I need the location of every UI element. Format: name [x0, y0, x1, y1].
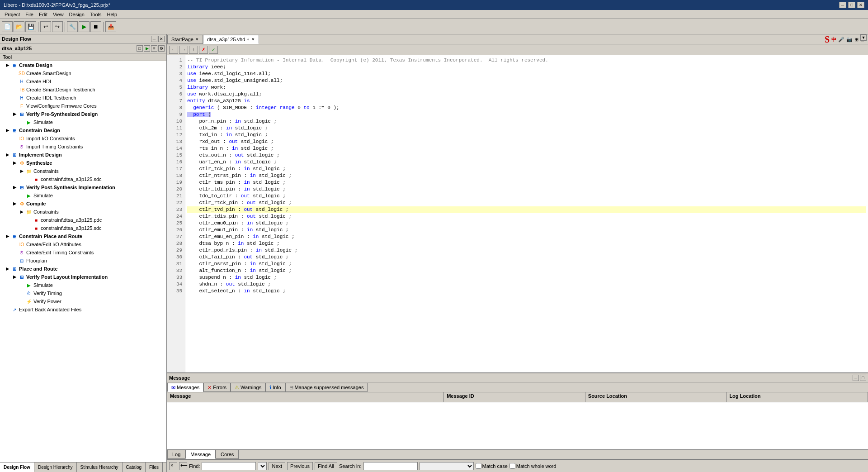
- df-view-btn[interactable]: □: [137, 45, 143, 52]
- find-back-btn[interactable]: ⟵: [179, 462, 187, 470]
- tab-design-hierarchy[interactable]: Design Hierarchy: [34, 462, 77, 472]
- tab-vhd[interactable]: dtsa_a3p125.vhd ● ✕: [203, 35, 259, 44]
- save-btn[interactable]: 💾: [25, 21, 36, 32]
- tree-verify-post-synth[interactable]: ▶ ⊞ Verify Post-Synthesis Implementation: [0, 183, 166, 191]
- back-btn[interactable]: ←: [169, 46, 178, 54]
- df-settings-btn[interactable]: ⚙: [158, 45, 165, 52]
- search-in-input[interactable]: [363, 462, 418, 470]
- msg-minimize-btn[interactable]: ─: [853, 375, 859, 381]
- editor-collapse-btn[interactable]: ▼: [860, 34, 867, 41]
- tree-verify-timing[interactable]: ⏱ Verify Timing: [0, 289, 166, 297]
- tree-implement[interactable]: ▶ ⊞ Implement Design: [0, 151, 166, 159]
- msg-tab-info[interactable]: ℹ Info: [265, 383, 285, 392]
- code-editor[interactable]: 1 2 3 4 5 6 7 8 9 10 11 12 13 14: [167, 55, 868, 372]
- match-case-checkbox[interactable]: [476, 463, 481, 469]
- bottom-tab-message[interactable]: Message: [185, 450, 216, 459]
- msg-expand-btn[interactable]: □: [860, 375, 866, 381]
- tree-create-timing[interactable]: ⏱ Create/Edit Timing Constraints: [0, 248, 166, 257]
- tree-simulate1[interactable]: ▶ Simulate: [0, 118, 166, 126]
- open-btn[interactable]: 📂: [14, 21, 24, 32]
- toggle-constrain[interactable]: ▶: [4, 128, 11, 133]
- tree-simulate2[interactable]: ▶ Simulate: [0, 191, 166, 200]
- tree-sdc1[interactable]: ■ constraint\dtsa_a3p125.sdc: [0, 175, 166, 183]
- panel-minimize-btn[interactable]: ─: [151, 36, 157, 42]
- match-case-label[interactable]: Match case: [476, 463, 508, 469]
- tree-pdc[interactable]: ■ constraint\dtsa_a3p125.pdc: [0, 216, 166, 224]
- bottom-tab-log[interactable]: Log: [167, 450, 185, 459]
- toggle-post-layout[interactable]: ▶: [11, 275, 18, 279]
- run-btn[interactable]: ▶: [79, 21, 90, 32]
- close-btn[interactable]: ✕: [857, 2, 864, 8]
- tree-simulate3[interactable]: ▶ Simulate: [0, 281, 166, 289]
- find-input[interactable]: [202, 462, 256, 470]
- tree-create-io[interactable]: IO Create/Edit I/O Attributes: [0, 240, 166, 248]
- col-source-location[interactable]: Source Location: [585, 392, 727, 402]
- tree-constrain-place-route[interactable]: ▶ ⊞ Constrain Place and Route: [0, 232, 166, 240]
- toggle-constraints1[interactable]: ▶: [18, 169, 25, 173]
- build-btn[interactable]: 🔧: [67, 21, 78, 32]
- tab-startpage[interactable]: StartPage ✕: [167, 35, 203, 44]
- toggle-constraints2[interactable]: ▶: [18, 210, 25, 214]
- new-btn[interactable]: 📄: [2, 21, 13, 32]
- find-close-btn[interactable]: ×: [169, 462, 177, 470]
- tree-export[interactable]: ↗ Export Back Annotated Files: [0, 305, 166, 314]
- msg-tab-warnings[interactable]: ⚠ Warnings: [231, 383, 265, 392]
- tree-constraints-folder2[interactable]: ▶ 📁 Constraints: [0, 208, 166, 216]
- code-content[interactable]: -- TI Proprietary Information - Internal…: [185, 55, 868, 372]
- toggle-verify-pre[interactable]: ▶: [11, 112, 18, 116]
- stop-btn[interactable]: ⏹: [90, 21, 101, 32]
- tab-files[interactable]: Files: [146, 462, 163, 472]
- toggle-pr[interactable]: ▶: [4, 267, 11, 271]
- tree-create-hdl-tb[interactable]: H Create HDL Testbench: [0, 94, 166, 102]
- tree-verify-pre[interactable]: ▶ ⊞ Verify Pre-Synthesized Design: [0, 110, 166, 118]
- tree-place-route[interactable]: ▶ ⊞ Place and Route: [0, 265, 166, 273]
- redo-btn[interactable]: ↪: [52, 21, 63, 32]
- tree-import-timing[interactable]: ⏱ Import Timing Constraints: [0, 143, 166, 151]
- tree-firmware[interactable]: F View/Configure Firmware Cores: [0, 102, 166, 110]
- msg-tab-errors[interactable]: ✕ Errors: [203, 383, 231, 392]
- next-button[interactable]: Next: [269, 462, 285, 470]
- toggle-compile[interactable]: ▶: [11, 201, 18, 206]
- search-in-select[interactable]: [420, 462, 474, 470]
- menu-file[interactable]: File: [23, 11, 36, 18]
- tree-create-tb[interactable]: TB Create SmartDesign Testbench: [0, 86, 166, 94]
- tab-startpage-close[interactable]: ✕: [195, 37, 199, 42]
- check-btn[interactable]: ✗: [199, 46, 208, 54]
- tree-import-io[interactable]: IO Import I/O Constraints: [0, 134, 166, 143]
- menu-project[interactable]: Project: [2, 11, 23, 18]
- toggle-synthesize[interactable]: ▶: [11, 161, 18, 165]
- export-btn[interactable]: 📤: [105, 21, 116, 32]
- panel-close-btn[interactable]: ✕: [158, 36, 165, 42]
- minimize-btn[interactable]: ─: [839, 2, 846, 8]
- tick-btn[interactable]: ✓: [209, 46, 218, 54]
- menu-edit[interactable]: Edit: [36, 11, 50, 18]
- up-btn[interactable]: ↑: [189, 46, 198, 54]
- col-log-location[interactable]: Log Location: [726, 392, 868, 402]
- msg-tab-messages[interactable]: ✉ Messages: [167, 383, 203, 392]
- msg-tab-manage[interactable]: ⊟ Manage suppressed messages: [285, 383, 368, 392]
- tree-constrain-design[interactable]: ▶ ⊞ Constrain Design: [0, 126, 166, 134]
- find-input-dropdown[interactable]: ▼: [258, 462, 267, 470]
- match-word-checkbox[interactable]: [509, 463, 515, 469]
- tree-sdc2[interactable]: ■ constraint\dtsa_a3p125.sdc: [0, 224, 166, 232]
- undo-btn[interactable]: ↩: [40, 21, 51, 32]
- toggle-implement[interactable]: ▶: [4, 153, 11, 157]
- tab-catalog[interactable]: Catalog: [123, 462, 146, 472]
- tree-verify-power[interactable]: ⚡ Verify Power: [0, 297, 166, 305]
- tree-synthesize[interactable]: ▶ ⚙ Synthesize: [0, 159, 166, 167]
- menu-help[interactable]: Help: [104, 11, 120, 18]
- tree-constraints-folder1[interactable]: ▶ 📁 Constraints: [0, 167, 166, 175]
- tree-create-design[interactable]: ▶ ⊞ Create Design: [0, 61, 166, 69]
- tab-vhd-close[interactable]: ✕: [251, 37, 255, 42]
- find-all-button[interactable]: Find All: [315, 462, 337, 470]
- previous-button[interactable]: Previous: [287, 462, 313, 470]
- menu-design[interactable]: Design: [66, 11, 87, 18]
- tree-verify-post-layout[interactable]: ▶ ⊞ Verify Post Layout Implementation: [0, 273, 166, 281]
- col-message[interactable]: Message: [167, 392, 444, 402]
- menu-tools[interactable]: Tools: [87, 11, 104, 18]
- menu-view[interactable]: View: [50, 11, 66, 18]
- maximize-btn[interactable]: □: [848, 2, 855, 8]
- tree-floorplan[interactable]: ⊟ Floorplan: [0, 257, 166, 265]
- tree-compile[interactable]: ▶ ⚙ Compile: [0, 200, 166, 208]
- bottom-tab-cores[interactable]: Cores: [216, 450, 239, 459]
